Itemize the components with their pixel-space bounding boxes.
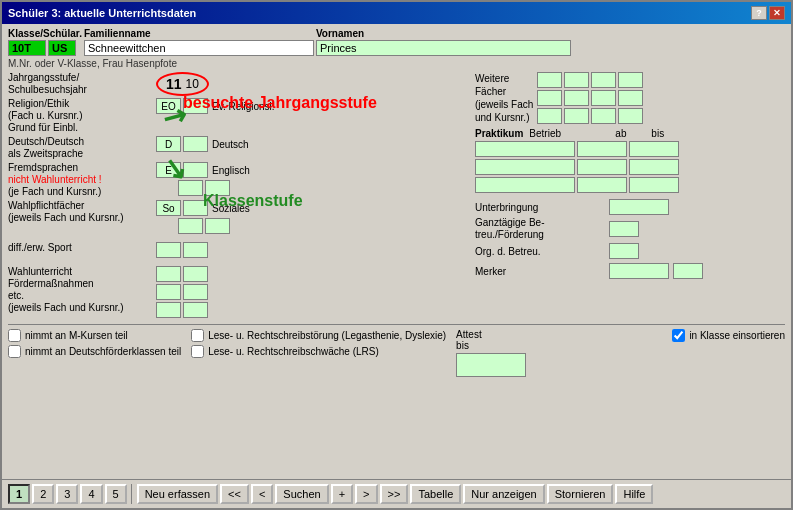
check-lrs-input[interactable] bbox=[191, 345, 204, 358]
weitere-box10[interactable] bbox=[564, 108, 589, 124]
klasse-label: Klasse/Schülar. bbox=[8, 28, 82, 39]
ganztaegige-row: Ganztägige Be-treu./Förderung bbox=[475, 217, 785, 241]
unterbringung-box[interactable] bbox=[609, 199, 669, 215]
fremd-code-box2[interactable] bbox=[178, 180, 203, 196]
prev-button[interactable]: < bbox=[251, 484, 273, 504]
weitere-box5[interactable] bbox=[537, 90, 562, 106]
neu-erfassen-button[interactable]: Neu erfassen bbox=[137, 484, 218, 504]
prak-bis2[interactable] bbox=[629, 159, 679, 175]
tabelle-button[interactable]: Tabelle bbox=[410, 484, 461, 504]
prev-prev-button[interactable]: << bbox=[220, 484, 249, 504]
prak-ab2[interactable] bbox=[577, 159, 627, 175]
wahlunt-box4[interactable] bbox=[183, 284, 208, 300]
ganztaegige-box[interactable] bbox=[609, 221, 639, 237]
klasse-group: Klasse/Schülar. 10T US bbox=[8, 28, 82, 56]
prak-bis3[interactable] bbox=[629, 177, 679, 193]
nav-btn-1[interactable]: 1 bbox=[8, 484, 30, 504]
wahlunterricht-label: WahlunterrichtFördermaßnahmenetc.(jeweil… bbox=[8, 266, 156, 314]
weitere-faecher-section: WeitereFächer(jeweils Fachund Kursnr.) bbox=[475, 72, 785, 124]
weitere-box7[interactable] bbox=[591, 90, 616, 106]
wahl-code-box2[interactable] bbox=[178, 218, 203, 234]
religion-code-box[interactable]: EO bbox=[156, 98, 181, 114]
nav-btn-4[interactable]: 4 bbox=[80, 484, 102, 504]
weitere-box2[interactable] bbox=[564, 72, 589, 88]
weitere-box11[interactable] bbox=[591, 108, 616, 124]
in-klasse-input[interactable] bbox=[672, 329, 685, 342]
diff-sport-box2[interactable] bbox=[183, 242, 208, 258]
wahlunt-box1[interactable] bbox=[156, 266, 181, 282]
deutsch-kurs-box[interactable] bbox=[183, 136, 208, 152]
stornieren-button[interactable]: Stornieren bbox=[547, 484, 614, 504]
prak-row2 bbox=[475, 159, 785, 175]
wahlunt-box6[interactable] bbox=[183, 302, 208, 318]
plus-button[interactable]: + bbox=[331, 484, 353, 504]
klasse-value[interactable]: 10T bbox=[8, 40, 46, 56]
attest-section: Attestbis bbox=[456, 329, 526, 377]
vorname-value[interactable]: Princes bbox=[316, 40, 571, 56]
wahl-kurs-box1[interactable] bbox=[183, 200, 208, 216]
close-button[interactable]: ✕ bbox=[769, 6, 785, 20]
wahlunt-box5[interactable] bbox=[156, 302, 181, 318]
weitere-box4[interactable] bbox=[618, 72, 643, 88]
nur-anzeigen-button[interactable]: Nur anzeigen bbox=[463, 484, 544, 504]
weitere-box1[interactable] bbox=[537, 72, 562, 88]
wahl-kurs-box2[interactable] bbox=[205, 218, 230, 234]
betrieb-label: Betrieb bbox=[529, 128, 609, 139]
praktikum-label: Praktikum bbox=[475, 128, 523, 139]
prak-ab1[interactable] bbox=[577, 141, 627, 157]
jahrgangsstufe-val2[interactable]: 10 bbox=[186, 77, 199, 91]
nav-btn-2[interactable]: 2 bbox=[32, 484, 54, 504]
ab-label: ab bbox=[615, 128, 645, 139]
check-deutsch-input[interactable] bbox=[8, 345, 21, 358]
prak-betrieb1[interactable] bbox=[475, 141, 575, 157]
nav-btn-5[interactable]: 5 bbox=[105, 484, 127, 504]
wahlpflicht-label: Wahlpflichtfächer(jeweils Fach und Kursn… bbox=[8, 200, 156, 224]
familienname-group: Familienname Schneewittchen bbox=[84, 28, 314, 56]
fremd-kurs-box2[interactable] bbox=[205, 180, 230, 196]
weitere-faecher-label: WeitereFächer(jeweils Fachund Kursnr.) bbox=[475, 72, 533, 124]
familienname-label: Familienname bbox=[84, 28, 314, 39]
fremdsprachen-row: Fremdsprachennicht Wahlunterricht !(je F… bbox=[8, 162, 471, 198]
fremd-kurs-box1[interactable] bbox=[183, 162, 208, 178]
deutsch-inputs: D Deutsch bbox=[156, 136, 251, 152]
attest-box[interactable] bbox=[456, 353, 526, 377]
next-button[interactable]: > bbox=[355, 484, 377, 504]
check-lese-stoerung-label: Lese- u. Rechtschreibstörung (Legastheni… bbox=[208, 330, 446, 341]
weitere-box3[interactable] bbox=[591, 72, 616, 88]
check-m-kurse-input[interactable] bbox=[8, 329, 21, 342]
familienname-value[interactable]: Schneewittchen bbox=[84, 40, 314, 56]
diff-sport-box1[interactable] bbox=[156, 242, 181, 258]
prak-row3 bbox=[475, 177, 785, 193]
wahlunterricht-inputs bbox=[156, 266, 208, 318]
fremdsprachen-label: Fremdsprachennicht Wahlunterricht !(je F… bbox=[8, 162, 156, 198]
weitere-box9[interactable] bbox=[537, 108, 562, 124]
help-button[interactable]: ? bbox=[751, 6, 767, 20]
prak-betrieb3[interactable] bbox=[475, 177, 575, 193]
religion-kurs-box[interactable] bbox=[183, 98, 208, 114]
wahlunt-box3[interactable] bbox=[156, 284, 181, 300]
fremd-text1: Englisch bbox=[210, 165, 252, 176]
prak-bis1[interactable] bbox=[629, 141, 679, 157]
title-bar: Schüler 3: aktuelle Unterrichtsdaten ? ✕ bbox=[2, 2, 791, 24]
weitere-box8[interactable] bbox=[618, 90, 643, 106]
check-lese-stoerung-input[interactable] bbox=[191, 329, 204, 342]
jahrgangsstufe-inputs: 11 10 bbox=[156, 72, 209, 96]
fremd-code-box1[interactable]: E bbox=[156, 162, 181, 178]
nav-btn-3[interactable]: 3 bbox=[56, 484, 78, 504]
wahl-text1: Soziales bbox=[210, 203, 252, 214]
wahl-code-box1[interactable]: So bbox=[156, 200, 181, 216]
wahlunt-box2[interactable] bbox=[183, 266, 208, 282]
hilfe-button[interactable]: Hilfe bbox=[615, 484, 653, 504]
deutsch-code-box[interactable]: D bbox=[156, 136, 181, 152]
weitere-box12[interactable] bbox=[618, 108, 643, 124]
weitere-box6[interactable] bbox=[564, 90, 589, 106]
org-betreu-box[interactable] bbox=[609, 243, 639, 259]
prak-betrieb2[interactable] bbox=[475, 159, 575, 175]
suchen-button[interactable]: Suchen bbox=[275, 484, 328, 504]
merker-box1[interactable] bbox=[609, 263, 669, 279]
prak-ab3[interactable] bbox=[577, 177, 627, 193]
jahrgangsstufe-val1[interactable]: 11 bbox=[166, 76, 182, 92]
us-value[interactable]: US bbox=[48, 40, 76, 56]
merker-box2[interactable] bbox=[673, 263, 703, 279]
next-next-button[interactable]: >> bbox=[380, 484, 409, 504]
